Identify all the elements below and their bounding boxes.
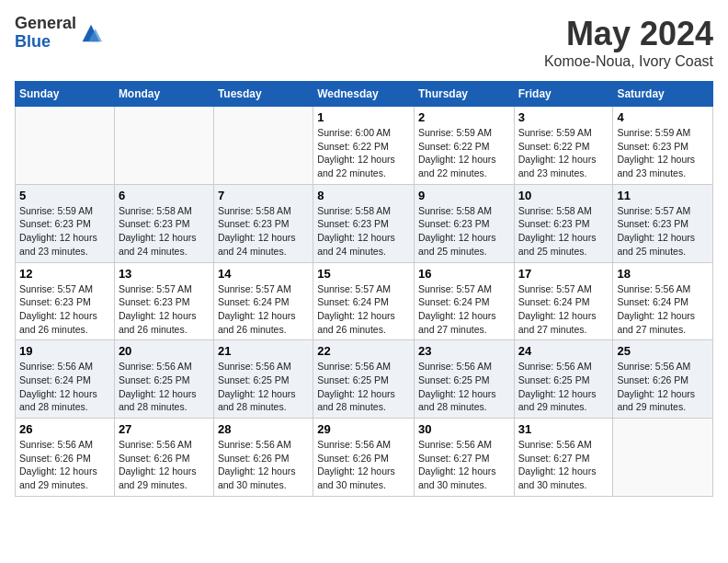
table-row: 16 Sunrise: 5:57 AMSunset: 6:24 PMDaylig…: [414, 262, 514, 340]
logo: General Blue: [15, 15, 104, 52]
table-row: 10 Sunrise: 5:58 AMSunset: 6:23 PMDaylig…: [514, 184, 613, 262]
sunrise-text: Sunrise: 5:58 AMSunset: 6:23 PMDaylight:…: [518, 205, 597, 257]
location-subtitle: Komoe-Noua, Ivory Coast: [544, 53, 713, 70]
day-number: 3: [518, 110, 609, 124]
table-row: 9 Sunrise: 5:58 AMSunset: 6:23 PMDayligh…: [414, 184, 514, 262]
sunrise-text: Sunrise: 5:56 AMSunset: 6:25 PMDaylight:…: [317, 361, 395, 412]
day-number: 12: [19, 267, 110, 281]
day-number: 26: [19, 422, 110, 436]
table-row: 4 Sunrise: 5:59 AMSunset: 6:23 PMDayligh…: [613, 107, 713, 185]
sunrise-text: Sunrise: 5:58 AMSunset: 6:23 PMDaylight:…: [218, 205, 296, 257]
sunrise-text: Sunrise: 5:58 AMSunset: 6:23 PMDaylight:…: [418, 205, 496, 257]
sunrise-text: Sunrise: 5:56 AMSunset: 6:27 PMDaylight:…: [418, 439, 496, 490]
table-row: 23 Sunrise: 5:56 AMSunset: 6:25 PMDaylig…: [414, 340, 514, 419]
day-number: 5: [19, 189, 110, 202]
day-number: 1: [317, 110, 410, 124]
day-number: 28: [218, 422, 309, 436]
sunrise-text: Sunrise: 5:56 AMSunset: 6:25 PMDaylight:…: [518, 361, 597, 412]
day-number: 2: [418, 110, 510, 124]
page-header: General Blue May 2024 Komoe-Noua, Ivory …: [15, 15, 713, 70]
table-row: 20 Sunrise: 5:56 AMSunset: 6:25 PMDaylig…: [114, 340, 213, 419]
day-number: 31: [518, 422, 609, 436]
title-block: May 2024 Komoe-Noua, Ivory Coast: [544, 15, 713, 70]
sunrise-text: Sunrise: 5:56 AMSunset: 6:24 PMDaylight:…: [617, 283, 695, 335]
table-row: 31 Sunrise: 5:56 AMSunset: 6:27 PMDaylig…: [514, 419, 613, 497]
table-row: 30 Sunrise: 5:56 AMSunset: 6:27 PMDaylig…: [414, 419, 514, 497]
header-row: Sunday Monday Tuesday Wednesday Thursday…: [16, 82, 713, 107]
sunrise-text: Sunrise: 5:56 AMSunset: 6:27 PMDaylight:…: [518, 439, 597, 490]
table-row: 17 Sunrise: 5:57 AMSunset: 6:24 PMDaylig…: [514, 262, 613, 340]
day-number: 20: [119, 344, 210, 358]
table-row: 26 Sunrise: 5:56 AMSunset: 6:26 PMDaylig…: [16, 419, 115, 497]
table-row: 21 Sunrise: 5:56 AMSunset: 6:25 PMDaylig…: [213, 340, 313, 419]
day-number: 18: [617, 267, 709, 281]
table-row: [114, 107, 213, 185]
day-number: 21: [218, 344, 309, 358]
sunrise-text: Sunrise: 5:57 AMSunset: 6:24 PMDaylight:…: [218, 283, 296, 335]
sunrise-text: Sunrise: 5:57 AMSunset: 6:24 PMDaylight:…: [518, 283, 597, 335]
table-row: 25 Sunrise: 5:56 AMSunset: 6:26 PMDaylig…: [613, 340, 713, 419]
table-row: 7 Sunrise: 5:58 AMSunset: 6:23 PMDayligh…: [213, 184, 313, 262]
day-number: 19: [19, 344, 110, 358]
day-number: 23: [418, 344, 510, 358]
sunrise-text: Sunrise: 5:57 AMSunset: 6:23 PMDaylight:…: [617, 205, 695, 257]
day-number: 22: [317, 344, 410, 358]
day-number: 25: [617, 344, 709, 358]
day-number: 15: [317, 267, 410, 281]
table-row: 12 Sunrise: 5:57 AMSunset: 6:23 PMDaylig…: [16, 262, 115, 340]
table-row: 13 Sunrise: 5:57 AMSunset: 6:23 PMDaylig…: [114, 262, 213, 340]
col-sunday: Sunday: [16, 82, 115, 107]
calendar-week-row: 19 Sunrise: 5:56 AMSunset: 6:24 PMDaylig…: [16, 340, 713, 419]
sunrise-text: Sunrise: 5:56 AMSunset: 6:25 PMDaylight:…: [119, 361, 197, 412]
sunrise-text: Sunrise: 5:59 AMSunset: 6:22 PMDaylight:…: [418, 127, 496, 178]
col-thursday: Thursday: [414, 82, 514, 107]
logo-icon: [78, 20, 104, 46]
day-number: 6: [119, 189, 210, 202]
table-row: [613, 419, 713, 497]
logo-blue-text: Blue: [15, 33, 76, 52]
col-tuesday: Tuesday: [213, 82, 313, 107]
sunrise-text: Sunrise: 5:56 AMSunset: 6:26 PMDaylight:…: [19, 439, 97, 490]
sunrise-text: Sunrise: 5:57 AMSunset: 6:24 PMDaylight:…: [317, 283, 395, 335]
day-number: 30: [418, 422, 510, 436]
sunrise-text: Sunrise: 5:58 AMSunset: 6:23 PMDaylight:…: [317, 205, 395, 257]
sunrise-text: Sunrise: 5:56 AMSunset: 6:24 PMDaylight:…: [19, 361, 97, 412]
table-row: 11 Sunrise: 5:57 AMSunset: 6:23 PMDaylig…: [613, 184, 713, 262]
day-number: 24: [518, 344, 609, 358]
table-row: [16, 107, 115, 185]
table-row: 15 Sunrise: 5:57 AMSunset: 6:24 PMDaylig…: [313, 262, 415, 340]
calendar-week-row: 26 Sunrise: 5:56 AMSunset: 6:26 PMDaylig…: [16, 419, 713, 497]
sunrise-text: Sunrise: 5:56 AMSunset: 6:26 PMDaylight:…: [119, 439, 197, 490]
day-number: 4: [617, 110, 709, 124]
table-row: 19 Sunrise: 5:56 AMSunset: 6:24 PMDaylig…: [16, 340, 115, 419]
day-number: 17: [518, 267, 609, 281]
table-row: 2 Sunrise: 5:59 AMSunset: 6:22 PMDayligh…: [414, 107, 514, 185]
calendar-table: Sunday Monday Tuesday Wednesday Thursday…: [15, 81, 713, 497]
sunrise-text: Sunrise: 5:56 AMSunset: 6:25 PMDaylight:…: [218, 361, 296, 412]
table-row: 5 Sunrise: 5:59 AMSunset: 6:23 PMDayligh…: [16, 184, 115, 262]
table-row: 18 Sunrise: 5:56 AMSunset: 6:24 PMDaylig…: [613, 262, 713, 340]
calendar-week-row: 1 Sunrise: 6:00 AMSunset: 6:22 PMDayligh…: [16, 107, 713, 185]
table-row: 29 Sunrise: 5:56 AMSunset: 6:26 PMDaylig…: [313, 419, 415, 497]
sunrise-text: Sunrise: 5:56 AMSunset: 6:25 PMDaylight:…: [418, 361, 496, 412]
col-saturday: Saturday: [613, 82, 713, 107]
col-friday: Friday: [514, 82, 613, 107]
day-number: 29: [317, 422, 410, 436]
table-row: 1 Sunrise: 6:00 AMSunset: 6:22 PMDayligh…: [313, 107, 415, 185]
table-row: 22 Sunrise: 5:56 AMSunset: 6:25 PMDaylig…: [313, 340, 415, 419]
sunrise-text: Sunrise: 5:56 AMSunset: 6:26 PMDaylight:…: [317, 439, 395, 490]
table-row: 3 Sunrise: 5:59 AMSunset: 6:22 PMDayligh…: [514, 107, 613, 185]
sunrise-text: Sunrise: 6:00 AMSunset: 6:22 PMDaylight:…: [317, 127, 395, 178]
table-row: 27 Sunrise: 5:56 AMSunset: 6:26 PMDaylig…: [114, 419, 213, 497]
sunrise-text: Sunrise: 5:59 AMSunset: 6:23 PMDaylight:…: [617, 127, 695, 178]
sunrise-text: Sunrise: 5:59 AMSunset: 6:23 PMDaylight:…: [19, 205, 97, 257]
col-monday: Monday: [114, 82, 213, 107]
day-number: 9: [418, 189, 510, 202]
sunrise-text: Sunrise: 5:56 AMSunset: 6:26 PMDaylight:…: [617, 361, 695, 412]
day-number: 7: [218, 189, 309, 202]
calendar-week-row: 12 Sunrise: 5:57 AMSunset: 6:23 PMDaylig…: [16, 262, 713, 340]
table-row: 6 Sunrise: 5:58 AMSunset: 6:23 PMDayligh…: [114, 184, 213, 262]
col-wednesday: Wednesday: [313, 82, 415, 107]
day-number: 27: [119, 422, 210, 436]
day-number: 10: [518, 189, 609, 202]
